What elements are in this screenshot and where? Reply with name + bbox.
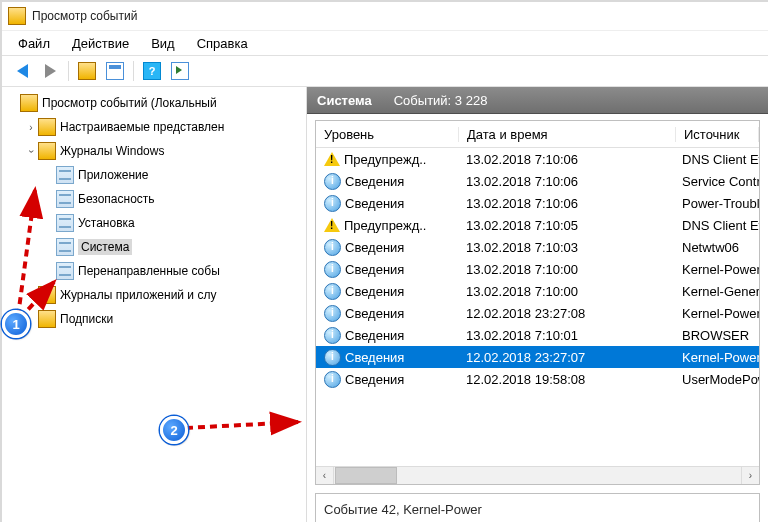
cell-date: 13.02.2018 7:10:01 <box>458 328 674 343</box>
cell-level: Сведения <box>345 196 404 211</box>
twisty-icon[interactable]: › <box>26 144 37 158</box>
play-icon <box>171 62 189 80</box>
cell-source: Kernel-Power <box>674 262 759 277</box>
tree-custom-views[interactable]: › Настраиваемые представлен <box>6 115 306 139</box>
event-detail-header[interactable]: Событие 42, Kernel-Power <box>315 493 760 522</box>
tree-windows-logs[interactable]: › Журналы Windows <box>6 139 306 163</box>
properties-icon <box>106 62 124 80</box>
cell-date: 13.02.2018 7:10:06 <box>458 152 674 167</box>
cell-source: DNS Client Events <box>674 152 759 167</box>
table-row[interactable]: Предупрежд..13.02.2018 7:10:05DNS Client… <box>316 214 759 236</box>
scroll-thumb[interactable] <box>335 467 397 484</box>
tree-label: Установка <box>78 216 135 230</box>
arrow-left-icon <box>17 64 28 78</box>
cell-date: 13.02.2018 7:10:06 <box>458 174 674 189</box>
event-grid[interactable]: Уровень Дата и время Источник Предупрежд… <box>315 120 760 485</box>
cell-date: 13.02.2018 7:10:03 <box>458 240 674 255</box>
cell-level: Сведения <box>345 262 404 277</box>
cell-source: UserModePowerSe <box>674 372 759 387</box>
col-level[interactable]: Уровень <box>316 127 459 142</box>
menu-view[interactable]: Вид <box>141 34 185 53</box>
forward-button[interactable] <box>36 58 64 84</box>
tree-label: Журналы Windows <box>60 144 164 158</box>
folder-up-icon <box>78 62 96 80</box>
tree-root-label: Просмотр событий (Локальный <box>42 96 217 110</box>
table-row[interactable]: iСведения13.02.2018 7:10:06Power-Trouble… <box>316 192 759 214</box>
twisty-icon[interactable]: › <box>24 122 38 133</box>
right-header: Система Событий: 3 228 <box>307 87 768 114</box>
cell-source: Kernel-Power <box>674 306 759 321</box>
cell-source: BROWSER <box>674 328 759 343</box>
menu-action[interactable]: Действие <box>62 34 139 53</box>
table-row[interactable]: iСведения13.02.2018 7:10:03Netwtw06 <box>316 236 759 258</box>
cell-level: Сведения <box>345 350 404 365</box>
table-row[interactable]: iСведения13.02.2018 7:10:06Service Contr… <box>316 170 759 192</box>
info-icon: i <box>324 239 341 256</box>
cell-level: Сведения <box>345 328 404 343</box>
cell-level: Сведения <box>345 174 404 189</box>
info-icon: i <box>324 261 341 278</box>
menu-help[interactable]: Справка <box>187 34 258 53</box>
twisty-icon[interactable]: › <box>24 290 38 301</box>
info-icon: i <box>324 327 341 344</box>
log-icon <box>56 166 74 184</box>
table-row[interactable]: iСведения13.02.2018 7:10:00Kernel-Power <box>316 258 759 280</box>
right-title: Система <box>317 93 372 108</box>
tree-label: Перенаправленные собы <box>78 264 220 278</box>
cell-level: Сведения <box>345 240 404 255</box>
help-icon: ? <box>143 62 161 80</box>
tree-pane[interactable]: Просмотр событий (Локальный › Настраивае… <box>2 87 307 522</box>
tree-setup[interactable]: Установка <box>6 211 306 235</box>
cell-level: Сведения <box>345 284 404 299</box>
callout-2: 2 <box>160 416 188 444</box>
properties-button[interactable] <box>101 58 129 84</box>
col-date[interactable]: Дата и время <box>459 127 676 142</box>
tree-subscriptions[interactable]: Подписки <box>6 307 306 331</box>
cell-level: Предупрежд.. <box>344 218 426 233</box>
scroll-left-button[interactable]: ‹ <box>316 467 334 484</box>
app-icon <box>8 7 26 25</box>
tree-label: Система <box>78 239 132 255</box>
tree-security[interactable]: Безопасность <box>6 187 306 211</box>
detail-text: Событие 42, Kernel-Power <box>324 502 482 517</box>
info-icon: i <box>324 349 341 366</box>
callout-1: 1 <box>2 310 30 338</box>
eventviewer-icon <box>20 94 38 112</box>
cell-source: Netwtw06 <box>674 240 759 255</box>
info-icon: i <box>324 173 341 190</box>
tree-application[interactable]: Приложение <box>6 163 306 187</box>
right-pane: Система Событий: 3 228 Уровень Дата и вр… <box>307 87 768 522</box>
table-row[interactable]: iСведения13.02.2018 7:10:00Kernel-Genera… <box>316 280 759 302</box>
cell-source: Service Control Ma <box>674 174 759 189</box>
back-button[interactable] <box>8 58 36 84</box>
grid-body[interactable]: Предупрежд..13.02.2018 7:10:06DNS Client… <box>316 148 759 466</box>
event-count: Событий: 3 228 <box>394 93 488 108</box>
col-source[interactable]: Источник <box>676 127 759 142</box>
help-button[interactable]: ? <box>138 58 166 84</box>
table-row[interactable]: iСведения12.02.2018 19:58:08UserModePowe… <box>316 368 759 390</box>
table-row[interactable]: iСведения12.02.2018 23:27:07Kernel-Power <box>316 346 759 368</box>
cell-level: Сведения <box>345 372 404 387</box>
tree-root[interactable]: Просмотр событий (Локальный <box>6 91 306 115</box>
run-button[interactable] <box>166 58 194 84</box>
warning-icon <box>324 152 340 166</box>
tree-forwarded[interactable]: Перенаправленные собы <box>6 259 306 283</box>
table-row[interactable]: iСведения13.02.2018 7:10:01BROWSER <box>316 324 759 346</box>
horizontal-scrollbar[interactable]: ‹ › <box>316 466 759 484</box>
cell-level: Предупрежд.. <box>344 152 426 167</box>
cell-date: 13.02.2018 7:10:05 <box>458 218 674 233</box>
tree-label: Подписки <box>60 312 113 326</box>
up-button[interactable] <box>73 58 101 84</box>
folder-icon <box>38 142 56 160</box>
tree-app-services[interactable]: › Журналы приложений и слу <box>6 283 306 307</box>
table-row[interactable]: iСведения12.02.2018 23:27:08Kernel-Power <box>316 302 759 324</box>
menu-file[interactable]: Файл <box>8 34 60 53</box>
cell-source: Kernel-General <box>674 284 759 299</box>
arrow-right-icon <box>45 64 56 78</box>
table-row[interactable]: Предупрежд..13.02.2018 7:10:06DNS Client… <box>316 148 759 170</box>
folder-icon <box>38 310 56 328</box>
scroll-right-button[interactable]: › <box>741 467 759 484</box>
tree-system[interactable]: Система <box>6 235 306 259</box>
cell-date: 13.02.2018 7:10:06 <box>458 196 674 211</box>
grid-header[interactable]: Уровень Дата и время Источник <box>316 121 759 148</box>
